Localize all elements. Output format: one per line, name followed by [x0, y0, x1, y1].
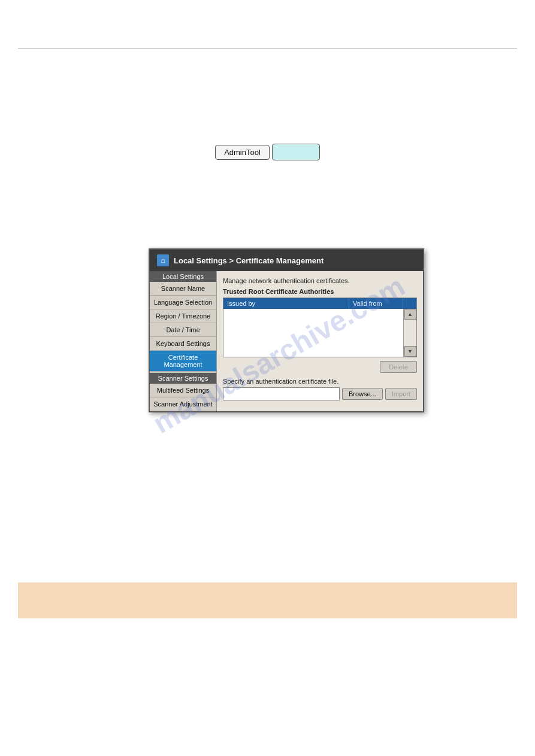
certificate-table: Issued by Valid from ▲ ▼	[223, 297, 417, 357]
sidebar-item-scanner-adjustment[interactable]: Scanner Adjustment	[150, 397, 216, 411]
sidebar-item-scanner-name[interactable]: Scanner Name	[150, 282, 216, 296]
scroll-down-button[interactable]: ▼	[404, 346, 416, 357]
sidebar-item-certificate-management[interactable]: Certificate Management	[150, 351, 216, 372]
sidebar-item-date-time[interactable]: Date / Time	[150, 323, 216, 337]
sidebar-item-language-selection[interactable]: Language Selection	[150, 296, 216, 309]
dialog-window: ⌂ Local Settings > Certificate Managemen…	[149, 248, 424, 412]
admintool-label: AdminTool	[215, 145, 270, 160]
scrollbar: ▲ ▼	[403, 309, 416, 357]
admintool-bar: AdminTool	[0, 144, 535, 160]
browse-button[interactable]: Browse...	[342, 388, 383, 400]
col-spacer	[403, 298, 416, 309]
scroll-track	[404, 320, 416, 346]
delete-button-row: Delete	[223, 361, 417, 373]
main-content: Manage network authentication certificat…	[217, 271, 423, 411]
main-description: Manage network authentication certificat…	[223, 277, 417, 284]
sidebar-item-keyboard-settings[interactable]: Keyboard Settings	[150, 337, 216, 351]
dialog-body: Local Settings Scanner Name Language Sel…	[150, 271, 423, 411]
top-divider	[18, 48, 517, 48]
sidebar-section-local-settings: Local Settings	[150, 271, 216, 282]
home-icon: ⌂	[157, 254, 169, 266]
table-rows	[223, 309, 403, 357]
file-path-input[interactable]	[223, 387, 340, 400]
bottom-banner	[18, 582, 517, 618]
import-button[interactable]: Import	[385, 388, 417, 400]
sidebar-section-scanner-settings: Scanner Settings	[150, 373, 216, 384]
section-title: Trusted Root Certificate Authorities	[223, 288, 417, 295]
file-input-row: Browse... Import	[223, 387, 417, 400]
table-header: Issued by Valid from	[223, 298, 416, 309]
dialog-titlebar: ⌂ Local Settings > Certificate Managemen…	[150, 250, 423, 271]
sidebar-item-region-timezone[interactable]: Region / Timezone	[150, 309, 216, 323]
delete-button[interactable]: Delete	[380, 361, 417, 373]
dialog-title: Local Settings > Certificate Management	[174, 256, 324, 265]
file-description: Specify an authentication certificate fi…	[223, 378, 417, 385]
col-valid-from: Valid from	[349, 298, 403, 309]
sidebar-item-multifeed-settings[interactable]: Multifeed Settings	[150, 384, 216, 397]
sidebar: Local Settings Scanner Name Language Sel…	[150, 271, 217, 411]
col-issued-by: Issued by	[223, 298, 349, 309]
table-body: ▲ ▼	[223, 309, 416, 357]
scroll-up-button[interactable]: ▲	[404, 309, 416, 320]
admintool-input[interactable]	[272, 144, 320, 160]
